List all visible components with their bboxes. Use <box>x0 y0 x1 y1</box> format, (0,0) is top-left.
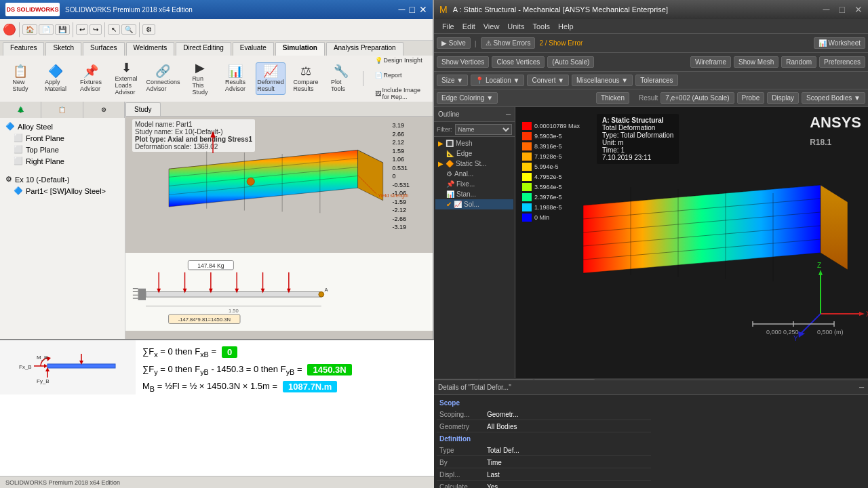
run-study-btn[interactable]: ▶ RunThisStudy <box>185 59 215 98</box>
ansys-logo-icon: M <box>439 4 448 15</box>
display-btn[interactable]: Display <box>767 92 799 104</box>
menu-tools[interactable]: Tools <box>532 22 550 30</box>
tree-item-part1[interactable]: 🔷 Part1< [SW]Alloy Steel> <box>3 185 122 197</box>
loads-advisor-btn[interactable]: ⬇ ExternalLoadsAdvisor <box>111 59 141 98</box>
random-btn[interactable]: Random <box>781 56 816 68</box>
outline-item-standard[interactable]: 📊 Stan... <box>435 189 513 199</box>
design-insight-icon: 💡 <box>375 57 382 64</box>
menu-help[interactable]: Help <box>558 22 574 30</box>
outline-item-fixed[interactable]: 📌 Fixe... <box>435 179 513 189</box>
options-button[interactable]: ⚙ <box>142 24 155 35</box>
compare-results-btn[interactable]: ⚖ CompareResults <box>291 62 321 95</box>
show-errors-btn[interactable]: ⚠ Show Errors <box>481 37 536 49</box>
tab-weldments[interactable]: Weldments <box>126 42 175 56</box>
error-count: 2 / Show Error <box>536 38 585 48</box>
ansys-minimize-btn[interactable]: ─ <box>823 4 830 15</box>
worksheet-btn[interactable]: 📊 Worksheet <box>814 37 865 49</box>
menu-file[interactable]: File <box>442 22 454 30</box>
solve-btn[interactable]: ▶ Solve <box>437 37 471 49</box>
miscellaneous-btn[interactable]: Miscellaneous ▼ <box>572 75 633 86</box>
tab-simulation[interactable]: Simulation <box>275 42 325 56</box>
outline-item-edge[interactable]: 📐 Edge <box>435 148 513 159</box>
outline-item-static-structural[interactable]: ▶ 🔶 Static St... <box>435 159 513 169</box>
ansys-close-btn[interactable]: ✕ <box>854 4 863 15</box>
detail-by[interactable]: By Time <box>437 458 651 468</box>
location-btn[interactable]: 📍 Location ▼ <box>471 75 524 86</box>
size-btn[interactable]: Size ▼ <box>437 75 468 86</box>
show-mesh-btn[interactable]: Show Mesh <box>734 56 778 68</box>
outline-collapse-btn[interactable]: ─ <box>506 110 511 118</box>
ansys-3d-viewport[interactable]: ANSYS R18.1 A: Static Structural Total D… <box>515 107 868 378</box>
tree-item-top-plane[interactable]: ⬜ Top Plane <box>3 144 122 155</box>
sw-maximize-btn[interactable]: □ <box>410 4 415 15</box>
outline-item-analysis[interactable]: ⚙ Anal... <box>435 169 513 179</box>
tab-direct-editing[interactable]: Direct Editing <box>176 42 231 56</box>
tab-evaluate[interactable]: Evaluate <box>233 42 274 56</box>
fixed-icon: 📌 <box>446 180 454 188</box>
menu-view[interactable]: View <box>484 22 500 30</box>
detail-calculate[interactable]: Calculate... Yes <box>437 482 651 488</box>
sidebar-tab-config[interactable]: ⚙ <box>83 102 125 118</box>
preferences-btn[interactable]: Preferences <box>819 56 865 68</box>
outline-item-solution[interactable]: ✔ 📈 Sol... <box>435 199 513 209</box>
menu-edit[interactable]: Edit <box>462 22 475 30</box>
connections-btn[interactable]: 🔗 ConnectionsAdvisor <box>146 62 180 95</box>
detail-scoping[interactable]: Scoping... Geometr... <box>437 409 651 420</box>
outline-item-mesh[interactable]: ▶ 🔳 Mesh <box>435 138 513 148</box>
zoom-button[interactable]: 🔍 <box>121 24 136 35</box>
sw-title: SOLIDWORKS Premium 2018 x64 Edition <box>65 6 399 14</box>
close-vertices-btn[interactable]: Close Vertices <box>492 56 545 68</box>
svg-rect-32 <box>138 289 146 300</box>
tab-features[interactable]: Features <box>3 42 44 56</box>
select-button[interactable]: ↖ <box>108 24 120 35</box>
plot-tools-btn[interactable]: 🔧 Plot Tools <box>326 62 356 95</box>
tree-item-right-plane[interactable]: ⬜ Right Plane <box>3 155 122 167</box>
design-insight-btn[interactable]: 💡 Design Insight <box>370 54 427 66</box>
redo-button[interactable]: ↪ <box>90 24 102 35</box>
menu-units[interactable]: Units <box>507 22 524 30</box>
results-advisor-btn[interactable]: 📊 ResultsAdvisor <box>220 62 250 95</box>
thicken-btn[interactable]: Thicken <box>596 92 629 104</box>
detail-geometry[interactable]: Geometry All Bodies <box>437 422 651 432</box>
sidebar-tab-tree[interactable]: 🌲 <box>0 102 41 118</box>
tree-item-ex10[interactable]: ⚙ Ex 10 (-Default-) <box>3 174 122 185</box>
fixtures-advisor-btn[interactable]: 📌 FixturesAdvisor <box>76 62 106 95</box>
svg-marker-53 <box>583 185 821 273</box>
sidebar-tab-props[interactable]: 📋 <box>41 102 83 118</box>
probe-btn[interactable]: Probe <box>737 92 765 104</box>
sw-ribbon: Features Sketch Surfaces Weldments Direc… <box>0 41 433 102</box>
include-image-btn[interactable]: 🖼 Include Image for Rep... <box>370 84 427 103</box>
report-btn[interactable]: 📄 Report <box>370 69 427 81</box>
tolerances-btn[interactable]: Tolerances <box>635 75 677 86</box>
report-icon: 📄 <box>375 72 382 79</box>
open-button[interactable]: 📄 <box>39 24 54 35</box>
new-button[interactable]: 🏠 <box>22 24 37 35</box>
details-collapse-btn[interactable]: ─ <box>859 384 864 391</box>
filter-select[interactable]: Name <box>455 124 513 135</box>
tab-sketch[interactable]: Sketch <box>45 42 81 56</box>
tab-surfaces[interactable]: Surfaces <box>83 42 124 56</box>
auto-scale-btn[interactable]: (Auto Scale) <box>547 56 594 68</box>
edge-coloring-btn[interactable]: Edge Coloring ▼ <box>437 92 498 104</box>
convert-btn[interactable]: Convert ▼ <box>527 75 569 86</box>
detail-type[interactable]: Type Total Def... <box>437 445 651 456</box>
detail-displ[interactable]: Displ... Last <box>437 470 651 481</box>
show-vertices-btn[interactable]: Show Vertices <box>437 56 489 68</box>
tree-item-alloy-steel[interactable]: 🔷 Alloy Steel <box>3 121 122 132</box>
apply-material-btn[interactable]: 🔷 ApplyMaterial <box>41 62 71 95</box>
tab-analysis-prep[interactable]: Analysis Preparation <box>326 42 403 56</box>
tree-item-front-plane[interactable]: ⬜ Front Plane <box>3 132 122 144</box>
result-scale-btn[interactable]: 7,e+002 (Auto Scale) <box>660 92 734 104</box>
scoped-bodies-btn[interactable]: Scoped Bodies ▼ <box>802 92 865 104</box>
results-icon: 📊 <box>228 65 243 77</box>
ansys-maximize-btn[interactable]: □ <box>840 4 845 15</box>
undo-button[interactable]: ↩ <box>76 24 88 35</box>
standard-icon: 📊 <box>446 190 454 198</box>
study-tab-item[interactable]: Study <box>125 102 161 116</box>
sw-minimize-btn[interactable]: ─ <box>399 4 406 15</box>
deformed-result-btn[interactable]: 📈 DeformedResult <box>256 62 285 95</box>
wireframe-btn[interactable]: Wireframe <box>690 56 731 68</box>
save-button[interactable]: 💾 <box>55 24 70 35</box>
sw-close-btn[interactable]: ✕ <box>419 4 427 15</box>
new-study-btn[interactable]: 📋 NewStudy <box>5 62 35 95</box>
